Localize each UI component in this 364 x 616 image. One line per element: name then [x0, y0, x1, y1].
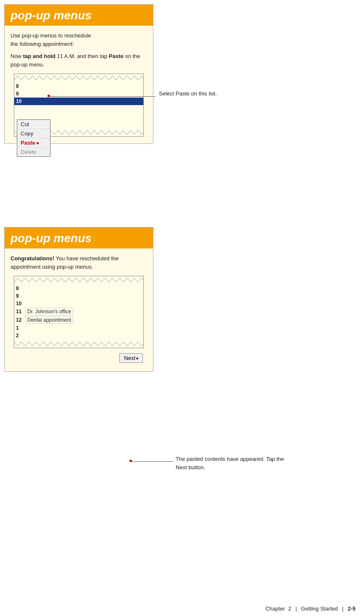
- menu-item-paste[interactable]: Paste: [17, 138, 50, 148]
- card-1-title: pop-up menus: [11, 9, 92, 22]
- card-2-header: pop-up menus: [5, 227, 153, 249]
- annotation-text-1: Select Paste on this list.: [159, 90, 217, 97]
- sched-row2-10: 10: [14, 300, 143, 307]
- footer-separator: |: [295, 605, 297, 612]
- footer-chapter-label: Chapter: [265, 605, 285, 612]
- card-1-intro: Use pop-up menus to reschedule the follo…: [11, 32, 147, 48]
- card-1-body: Use pop-up menus to reschedule the follo…: [5, 26, 153, 143]
- footer-section-label: Getting Started: [301, 605, 338, 612]
- jagged-bottom-2: [14, 342, 143, 346]
- menu-item-delete: Delete: [17, 148, 50, 156]
- annotation-line-1: [48, 96, 156, 97]
- sched-row2-8: 8: [14, 285, 143, 292]
- menu-item-cut[interactable]: Cut: [17, 120, 50, 129]
- next-btn-container: Next: [11, 351, 147, 367]
- card-1-header: pop-up menus: [5, 5, 153, 26]
- sched-row-empty1: [14, 105, 143, 113]
- popup-menu[interactable]: Cut Copy Paste Delete: [17, 119, 50, 157]
- card-2-title: pop-up menus: [11, 232, 92, 245]
- footer-chapter-number: 2: [288, 605, 291, 612]
- footer: Chapter 2 | Getting Started | 2-5: [265, 605, 356, 612]
- card-1: pop-up menus Use pop-up menus to resched…: [4, 4, 153, 144]
- footer-page-separator: |: [342, 605, 343, 612]
- annotation-dot-1: [47, 95, 50, 97]
- annotation-line-2: [130, 461, 174, 462]
- sched-row-8: 8: [14, 82, 143, 90]
- card-2-congrats: Congratulations! You have rescheduled th…: [11, 254, 147, 271]
- next-button[interactable]: Next: [119, 353, 143, 363]
- card-2: pop-up menus Congratulations! You have r…: [4, 227, 153, 372]
- sched-row2-11: 11 Dr. Johnson's office: [14, 307, 143, 316]
- schedule-widget-2: 8 9 10 11 Dr. Johnson's office 12 Dental…: [14, 276, 144, 348]
- annotation-text-2: The pasted contents have appeared. Tap t…: [176, 455, 289, 471]
- jagged-top-2: [14, 278, 143, 282]
- menu-item-copy[interactable]: Copy: [17, 129, 50, 138]
- annotation-dot-2: [129, 460, 132, 462]
- card-1-instruction: Now tap and hold 11 A.M. and then tap Pa…: [11, 52, 147, 69]
- sched-row2-12: 12 Dental appointment: [14, 316, 143, 324]
- schedule-rows-2: 8 9 10 11 Dr. Johnson's office 12 Dental…: [14, 284, 143, 340]
- next-dot: [136, 357, 138, 360]
- sched-row2-9: 9: [14, 292, 143, 300]
- jagged-top-1: [14, 76, 143, 80]
- card-2-body: Congratulations! You have rescheduled th…: [5, 249, 153, 371]
- paste-dot: [37, 142, 39, 144]
- schedule-widget-1: 8 9 10 Cut Copy Paste D: [14, 74, 144, 137]
- sched-row2-2: 2: [14, 332, 143, 339]
- sched-row-10: 10: [14, 98, 143, 105]
- sched-row2-1: 1: [14, 324, 143, 332]
- footer-page-number: 2-5: [348, 605, 356, 612]
